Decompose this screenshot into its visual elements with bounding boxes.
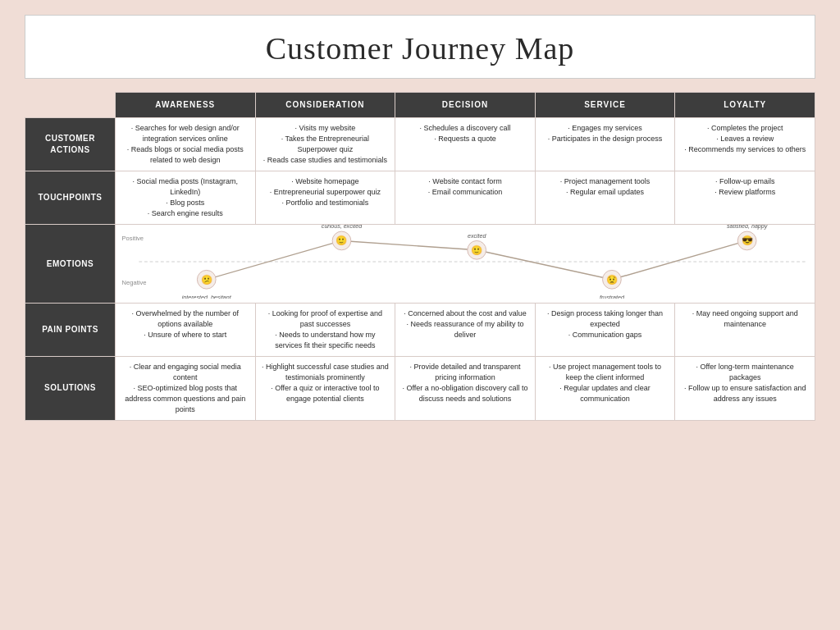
svg-text:😎: 😎 bbox=[742, 235, 754, 247]
cell-row0-col1: · Visits my website · Takes the Entrepre… bbox=[255, 118, 395, 171]
cell-row3-col0: · Overwhelmed by the number of options a… bbox=[116, 303, 256, 356]
cell-row4-col0: · Clear and engaging social media conten… bbox=[116, 356, 256, 420]
cell-row4-col2: · Provide detailed and transparent prici… bbox=[395, 356, 536, 420]
header-loyalty: LOYALTY bbox=[675, 93, 815, 118]
cell-row0-col2: · Schedules a discovery call · Requests … bbox=[395, 118, 536, 171]
emotions-graph-cell: PositiveNegative😕interested, hesitant🙂cu… bbox=[116, 225, 815, 303]
row-label-1: TOUCHPOINTS bbox=[25, 171, 116, 225]
cell-row3-col4: · May need ongoing support and maintenan… bbox=[675, 303, 815, 356]
svg-text:excited: excited bbox=[468, 233, 487, 240]
svg-text:😟: 😟 bbox=[606, 274, 619, 285]
journey-map-table: AWARENESS CONSIDERATION DECISION SERVICE… bbox=[25, 92, 815, 622]
cell-row1-col2: · Website contact form · Email communica… bbox=[395, 171, 536, 225]
page-title: Customer Journey Map bbox=[25, 30, 815, 66]
header-decision: DECISION bbox=[395, 93, 536, 118]
cell-row4-col1: · Highlight successful case studies and … bbox=[255, 356, 395, 420]
svg-text:🙂: 🙂 bbox=[336, 235, 348, 247]
svg-text:frustrated: frustrated bbox=[600, 295, 625, 299]
svg-text:satisfied, happy: satisfied, happy bbox=[727, 225, 768, 230]
cell-row0-col0: · Searches for web design and/or integra… bbox=[116, 118, 256, 171]
header-service: SERVICE bbox=[535, 93, 675, 118]
cell-row1-col1: · Website homepage · Entrepreneurial sup… bbox=[255, 171, 395, 225]
row-label-0: CUSTOMER ACTIONS bbox=[25, 118, 116, 171]
svg-text:curious, excited: curious, excited bbox=[322, 225, 363, 230]
header-empty bbox=[25, 93, 116, 118]
svg-text:Positive: Positive bbox=[122, 235, 144, 243]
cell-row3-col1: · Looking for proof of expertise and pas… bbox=[255, 303, 395, 356]
svg-text:Negative: Negative bbox=[122, 280, 147, 287]
row-label-2: EMOTIONS bbox=[25, 225, 116, 303]
row-label-4: SOLUTIONS bbox=[25, 356, 116, 420]
cell-row1-col3: · Project management tools · Regular ema… bbox=[535, 171, 675, 225]
cell-row1-col0: · Social media posts (Instagram, LinkedI… bbox=[116, 171, 256, 225]
cell-row0-col4: · Completes the project · Leaves a revie… bbox=[675, 118, 815, 171]
title-box: Customer Journey Map bbox=[25, 15, 815, 79]
cell-row0-col3: · Engages my services · Participates in … bbox=[535, 118, 675, 171]
svg-text:🙂: 🙂 bbox=[471, 244, 483, 256]
svg-text:😕: 😕 bbox=[201, 274, 213, 285]
cell-row4-col4: · Offer long-term maintenance packages ·… bbox=[675, 356, 815, 420]
cell-row3-col3: · Design process taking longer than expe… bbox=[535, 303, 675, 356]
cell-row3-col2: · Concerned about the cost and value · N… bbox=[395, 303, 536, 356]
cell-row4-col3: · Use project management tools to keep t… bbox=[535, 356, 675, 420]
header-awareness: AWARENESS bbox=[116, 93, 256, 118]
row-label-3: PAIN POINTS bbox=[25, 303, 116, 356]
svg-text:interested, hesitant: interested, hesitant bbox=[182, 295, 232, 299]
cell-row1-col4: · Follow-up emails · Review platforms bbox=[675, 171, 815, 225]
header-consideration: CONSIDERATION bbox=[255, 93, 395, 118]
